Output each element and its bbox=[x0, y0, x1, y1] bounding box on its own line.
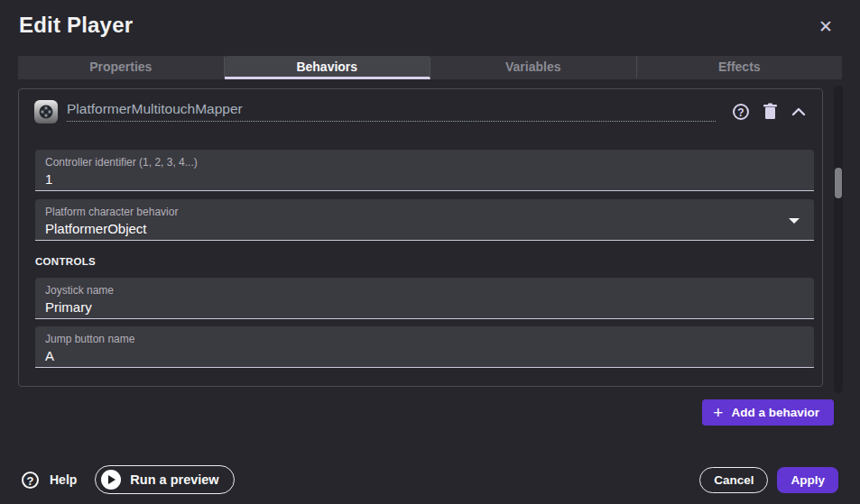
help-icon[interactable]: ? bbox=[730, 101, 752, 123]
play-icon bbox=[101, 470, 121, 490]
behavior-panel: PlatformerMultitouchMapper ? bbox=[18, 88, 823, 387]
behavior-header-actions: ? bbox=[730, 101, 809, 123]
help-circle-icon: ? bbox=[22, 472, 39, 489]
jump-button-name-field[interactable]: Jump button name A bbox=[35, 326, 814, 368]
tab-bar: Properties Behaviors Variables Effects bbox=[18, 56, 842, 82]
field-label: Jump button name bbox=[45, 333, 803, 345]
page-title: Edit Player bbox=[19, 13, 133, 38]
field-value: PlatformerObject bbox=[45, 221, 803, 236]
field-value: Primary bbox=[45, 299, 803, 315]
controls-section-label: CONTROLS bbox=[35, 256, 822, 267]
run-preview-label: Run a preview bbox=[130, 472, 218, 487]
field-label: Joystick name bbox=[45, 284, 803, 297]
behavior-name-input[interactable]: PlatformerMultitouchMapper bbox=[67, 101, 716, 122]
edit-object-dialog: Edit Player ✕ Properties Behaviors Varia… bbox=[0, 0, 860, 504]
field-label: Controller identifier (1, 2, 3, 4...) bbox=[45, 156, 803, 169]
platform-character-behavior-select[interactable]: Platform character behavior PlatformerOb… bbox=[35, 199, 814, 241]
vertical-scrollbar[interactable] bbox=[834, 86, 843, 393]
help-label: Help bbox=[50, 472, 77, 487]
tab-behaviors[interactable]: Behaviors bbox=[225, 56, 431, 79]
tab-effects[interactable]: Effects bbox=[637, 56, 843, 79]
chevron-down-icon bbox=[789, 218, 800, 224]
help-link[interactable]: ? Help bbox=[22, 472, 77, 489]
behavior-header: PlatformerMultitouchMapper ? bbox=[34, 99, 809, 124]
field-value: 1 bbox=[45, 171, 803, 187]
run-preview-button[interactable]: Run a preview bbox=[95, 465, 234, 494]
field-label: Platform character behavior bbox=[45, 206, 803, 218]
plus-icon: + bbox=[713, 407, 723, 419]
tab-properties[interactable]: Properties bbox=[18, 56, 225, 79]
close-icon[interactable]: ✕ bbox=[815, 16, 837, 38]
scrollbar-thumb[interactable] bbox=[835, 168, 842, 198]
tab-variables[interactable]: Variables bbox=[430, 56, 637, 79]
add-behavior-label: Add a behavior bbox=[731, 406, 819, 419]
field-value: A bbox=[45, 348, 803, 363]
footer-bar: ? Help Run a preview Cancel Apply bbox=[22, 465, 838, 494]
add-behavior-button[interactable]: + Add a behavior bbox=[702, 399, 834, 426]
footer-actions: Cancel Apply bbox=[699, 467, 838, 493]
trash-icon[interactable] bbox=[759, 101, 781, 123]
cancel-button[interactable]: Cancel bbox=[699, 467, 768, 493]
joystick-name-field[interactable]: Joystick name Primary bbox=[35, 278, 814, 319]
chevron-up-icon[interactable] bbox=[788, 101, 809, 123]
gamepad-icon bbox=[34, 100, 58, 124]
apply-button[interactable]: Apply bbox=[777, 467, 838, 493]
add-behavior-row: + Add a behavior bbox=[702, 399, 834, 426]
controller-identifier-field[interactable]: Controller identifier (1, 2, 3, 4...) 1 bbox=[35, 150, 814, 191]
